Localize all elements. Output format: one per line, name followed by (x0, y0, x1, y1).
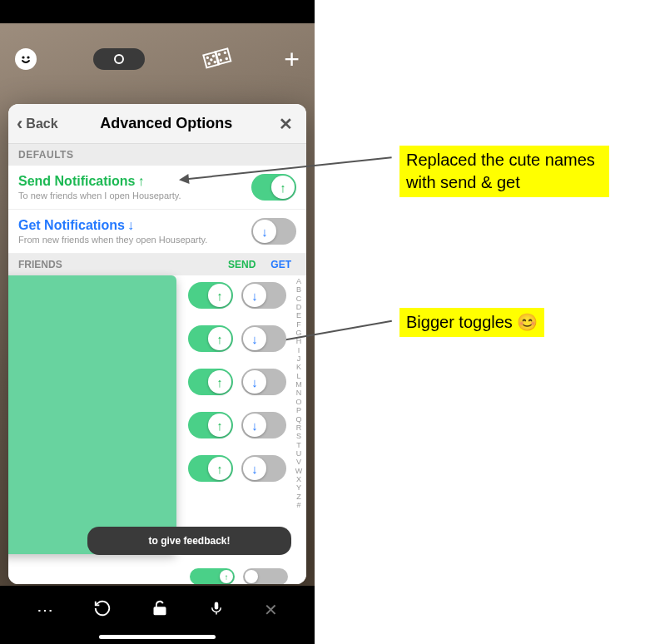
arrow-up-icon: ↑ (280, 181, 286, 195)
more-icon[interactable]: ⋯ (37, 600, 53, 620)
index-letter[interactable]: B (293, 285, 305, 294)
send-notifications-row: Send Notifications ↑ To new friends when… (8, 166, 306, 210)
index-letter[interactable]: U (293, 449, 305, 458)
index-letter[interactable]: N (293, 389, 305, 397)
index-letter[interactable]: S (293, 432, 305, 440)
index-letter[interactable]: C (293, 295, 305, 303)
index-letter[interactable]: K (293, 363, 305, 371)
index-letter[interactable]: P (293, 406, 305, 414)
partial-row: ↑ (190, 568, 288, 584)
get-column-label: GET (270, 259, 291, 270)
friend-row: ↑ ↓ (188, 369, 286, 395)
send-notifications-toggle[interactable]: ↑ (251, 174, 296, 201)
index-letter[interactable]: Q (293, 415, 305, 424)
friend-toggle-column: ↑ ↓ ↑ ↓ ↑ ↓ ↑ ↓ ↑ ↓ (188, 282, 286, 482)
index-letter[interactable]: V (293, 458, 305, 466)
friend-send-toggle[interactable]: ↑ (188, 412, 233, 438)
advanced-options-modal: ‹ Back Advanced Options ✕ DEFAULTS Send … (8, 104, 306, 584)
index-letter[interactable]: M (293, 380, 305, 389)
back-button[interactable]: ‹ Back (17, 113, 58, 135)
modal-title: Advanced Options (100, 115, 232, 132)
alphabet-index[interactable]: ABCDEFGHIJKLMNOPQRSTUVWXYZ# (293, 275, 305, 584)
friend-get-toggle[interactable]: ↓ (241, 412, 286, 438)
get-notifications-title: Get Notifications ↓ (18, 218, 251, 233)
send-column-label: SEND (228, 259, 256, 270)
get-notifications-subtitle: From new friends when they open Housepar… (18, 235, 251, 245)
dice-icon[interactable]: ⚄⚃ (200, 45, 230, 74)
friend-get-toggle[interactable]: ↓ (241, 282, 286, 309)
friend-send-toggle[interactable]: ↑ (188, 282, 233, 309)
friend-send-toggle[interactable]: ↑ (188, 325, 233, 352)
friend-row: ↑ ↓ (188, 455, 286, 482)
modal-header: ‹ Back Advanced Options ✕ (8, 104, 306, 144)
friend-names-redacted (8, 275, 176, 554)
close-icon[interactable]: ✕ (264, 600, 278, 620)
index-letter[interactable]: J (293, 354, 305, 363)
index-letter[interactable]: A (293, 277, 305, 285)
plus-icon[interactable]: + (284, 44, 300, 75)
index-letter[interactable]: E (293, 311, 305, 320)
app-top-bar: ⚄⚃ + (0, 38, 315, 80)
get-notifications-row: Get Notifications ↓ From new friends whe… (8, 210, 306, 254)
friend-get-toggle[interactable]: ↓ (241, 455, 286, 482)
friend-send-toggle[interactable]: ↑ (188, 455, 233, 482)
smiley-icon[interactable] (15, 48, 37, 70)
index-letter[interactable]: L (293, 372, 305, 380)
index-letter[interactable]: F (293, 320, 305, 329)
friend-send-toggle[interactable]: ↑ (190, 568, 235, 584)
friend-get-toggle[interactable] (243, 568, 288, 584)
record-circle-icon (114, 54, 124, 64)
arrow-down-icon: ↓ (127, 218, 134, 233)
close-button[interactable]: ✕ (275, 114, 298, 134)
friend-row: ↑ ↓ (188, 325, 286, 352)
friends-list[interactable]: ↑ ↓ ↑ ↓ ↑ ↓ ↑ ↓ ↑ ↓ (8, 275, 306, 584)
index-letter[interactable]: # (293, 501, 305, 509)
bottom-toolbar: ⋯ ✕ (0, 586, 315, 644)
friend-get-toggle[interactable]: ↓ (241, 325, 286, 352)
index-letter[interactable]: O (293, 398, 305, 406)
index-letter[interactable]: Y (293, 483, 305, 492)
friend-row: ↑ ↓ (188, 282, 286, 309)
friends-section-header: FRIENDS SEND GET (8, 254, 306, 275)
friends-label: FRIENDS (18, 259, 62, 270)
index-letter[interactable]: Z (293, 493, 305, 501)
home-indicator[interactable] (99, 635, 216, 639)
index-letter[interactable]: R (293, 424, 305, 432)
arrow-down-icon: ↓ (261, 225, 268, 239)
svg-point-0 (22, 56, 24, 58)
index-letter[interactable]: T (293, 441, 305, 449)
friend-get-toggle[interactable]: ↓ (241, 369, 286, 395)
index-letter[interactable]: D (293, 303, 305, 311)
svg-point-1 (27, 56, 29, 58)
index-letter[interactable]: I (293, 346, 305, 354)
friend-row: ↑ ↓ (188, 412, 286, 438)
arrow-up-icon: ↑ (137, 174, 144, 189)
defaults-section-label: DEFAULTS (8, 144, 306, 166)
chevron-left-icon: ‹ (17, 113, 22, 135)
rotate-camera-icon[interactable] (93, 599, 112, 622)
get-notifications-toggle[interactable]: ↓ (251, 218, 296, 245)
mic-icon[interactable] (209, 599, 224, 622)
index-letter[interactable]: H (293, 337, 305, 345)
annotation-text: Bigger toggles 😊 (399, 308, 544, 337)
phone-frame: ⚄⚃ + ‹ Back Advanced Options ✕ DEFAULTS … (0, 0, 315, 644)
back-label: Back (26, 116, 57, 131)
unlock-icon[interactable] (151, 599, 168, 622)
feedback-toast[interactable]: to give feedback! (87, 527, 291, 555)
index-letter[interactable]: W (293, 467, 305, 475)
phone-notch-bar (0, 0, 315, 23)
index-letter[interactable]: X (293, 475, 305, 483)
friend-send-toggle[interactable]: ↑ (188, 369, 233, 395)
svg-rect-2 (214, 602, 218, 609)
send-notifications-subtitle: To new friends when I open Houseparty. (18, 191, 251, 201)
annotation-text: Replaced the cute names with send & get (399, 146, 609, 197)
index-letter[interactable]: G (293, 329, 305, 337)
record-pill[interactable] (93, 48, 145, 70)
